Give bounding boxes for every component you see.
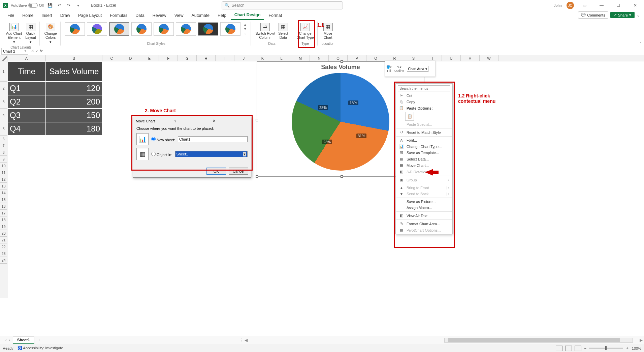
select-all-corner[interactable] [0, 55, 7, 61]
col-U[interactable]: U [442, 55, 461, 61]
horizontal-scrollbar[interactable] [444, 338, 633, 343]
row-4[interactable]: 4 [0, 109, 7, 122]
chart-style-8[interactable] [220, 22, 240, 36]
row-5[interactable]: 5 [0, 122, 7, 136]
add-chart-element-button[interactable]: 📊Add Chart Element▾ [5, 22, 23, 45]
sheet-prev-icon[interactable]: ‹ [5, 338, 7, 343]
fx-icon[interactable]: fx [40, 49, 43, 53]
row-13[interactable]: 13 [0, 183, 7, 189]
chart-styles-scroll[interactable]: ▲▼⌄ [243, 22, 248, 36]
row-8[interactable]: 8 [0, 149, 7, 156]
cells-area[interactable]: Time Sales Volume Q1 120 Q2 200 Q3 150 Q… [7, 61, 644, 298]
row-22[interactable]: 22 [0, 243, 7, 250]
close-icon[interactable]: ✕ [629, 1, 641, 10]
row-19[interactable]: 19 [0, 223, 7, 230]
row-1[interactable]: 1 [0, 61, 7, 82]
ribbon-collapse-icon[interactable]: ⌃ [639, 42, 642, 46]
ok-button[interactable]: OK [206, 168, 226, 175]
row-3[interactable]: 3 [0, 95, 7, 109]
row-23[interactable]: 23 [0, 250, 7, 257]
tab-format[interactable]: Format [265, 11, 286, 20]
sheet-menu-icon[interactable]: ⋮ [239, 338, 243, 343]
row-10[interactable]: 10 [0, 163, 7, 169]
tab-home[interactable]: Home [19, 11, 37, 20]
new-sheet-name-input[interactable] [178, 136, 248, 142]
row-2[interactable]: 2 [0, 82, 7, 95]
col-J[interactable]: J [234, 55, 253, 61]
zoom-level[interactable]: 100% [632, 346, 641, 350]
enter-formula-icon[interactable]: ✓ [35, 49, 38, 53]
zoom-slider[interactable] [589, 348, 623, 349]
maximize-icon[interactable]: ☐ [612, 1, 624, 10]
row-6[interactable]: 6 [0, 136, 7, 142]
sheet-next-icon[interactable]: › [9, 338, 10, 343]
col-E[interactable]: E [140, 55, 159, 61]
scroll-right-icon[interactable]: ▶ [638, 338, 644, 343]
tab-automate[interactable]: Automate [188, 11, 213, 20]
col-T[interactable]: T [423, 55, 442, 61]
col-I[interactable]: I [216, 55, 234, 61]
search-input[interactable]: 🔍 Search [222, 1, 343, 9]
status-accessibility[interactable]: ♿ Accessibility: Investigate [18, 346, 63, 350]
col-K[interactable]: K [253, 55, 272, 61]
row-11[interactable]: 11 [0, 169, 7, 176]
user-avatar[interactable]: JC [567, 2, 574, 9]
col-R[interactable]: R [385, 55, 404, 61]
ctx-cut[interactable]: ✂Cut [396, 92, 452, 99]
col-W[interactable]: W [480, 55, 498, 61]
row-16[interactable]: 16 [0, 203, 7, 210]
col-M[interactable]: M [291, 55, 310, 61]
cancel-button[interactable]: Cancel [229, 168, 248, 175]
col-F[interactable]: F [159, 55, 178, 61]
chart-style-4[interactable] [131, 22, 152, 36]
select-data-button[interactable]: ▦Select Data [278, 22, 289, 40]
fill-button[interactable]: 🪣▾Fill [386, 65, 392, 72]
change-chart-type-button[interactable]: 📈Change Chart Type [296, 22, 315, 40]
context-search-input[interactable] [398, 85, 450, 91]
col-L[interactable]: L [272, 55, 291, 61]
dialog-close-icon[interactable]: ✕ [213, 119, 248, 123]
col-G[interactable]: G [178, 55, 197, 61]
tab-data[interactable]: Data [132, 11, 148, 20]
chart-style-5[interactable] [154, 22, 174, 36]
col-V[interactable]: V [461, 55, 480, 61]
ribbon-display-icon[interactable]: ⌄ [637, 13, 640, 18]
undo-icon[interactable]: ↶ [56, 2, 63, 9]
col-A[interactable]: A [7, 55, 46, 61]
row-7[interactable]: 7 [0, 142, 7, 149]
scroll-left-icon[interactable]: ◀ [243, 338, 249, 343]
tab-chart-design[interactable]: Chart Design [231, 10, 264, 20]
change-colors-button[interactable]: 🎨Change Colors▾ [44, 22, 58, 45]
chart-handle-sw[interactable] [256, 175, 258, 178]
tab-page-layout[interactable]: Page Layout [75, 11, 105, 20]
chart-style-2[interactable] [87, 22, 107, 36]
col-S[interactable]: S [404, 55, 423, 61]
col-C[interactable]: C [102, 55, 121, 61]
redo-icon[interactable]: ↷ [65, 2, 72, 9]
ctx-move-chart[interactable]: ▦Move Chart... [396, 162, 452, 169]
col-N[interactable]: N [310, 55, 329, 61]
chart-handle-w[interactable] [256, 119, 258, 121]
pie-chart[interactable]: 18% 31% 23% 28% [292, 73, 389, 171]
chart-elements-select[interactable]: Chart Area▾ [407, 66, 428, 72]
zoom-out-button[interactable]: − [584, 346, 586, 350]
save-icon[interactable]: 💾 [46, 2, 53, 9]
row-24[interactable]: 24 [0, 257, 7, 264]
col-O[interactable]: O [329, 55, 348, 61]
ctx-font[interactable]: AFont... [396, 137, 452, 143]
ctx-alt-text[interactable]: ◧View Alt Text... [396, 212, 452, 219]
row-17[interactable]: 17 [0, 210, 7, 216]
move-chart-button[interactable]: ▦Move Chart [323, 22, 333, 40]
zoom-in-button[interactable]: ＋ [625, 346, 629, 351]
chart-style-7[interactable] [198, 22, 218, 36]
chart-style-3[interactable] [109, 22, 129, 36]
ctx-save-template[interactable]: 🖫Save as Template... [396, 150, 452, 156]
row-20[interactable]: 20 [0, 230, 7, 237]
tab-view[interactable]: View [171, 11, 187, 20]
chart-handle-s[interactable] [341, 175, 343, 178]
col-D[interactable]: D [121, 55, 140, 61]
paste-option-button[interactable]: 📋 [405, 112, 414, 121]
tab-insert[interactable]: Insert [38, 11, 56, 20]
sheet-tab-sheet1[interactable]: Sheet1 [13, 336, 34, 344]
object-in-radio[interactable]: Object in: [151, 152, 172, 157]
